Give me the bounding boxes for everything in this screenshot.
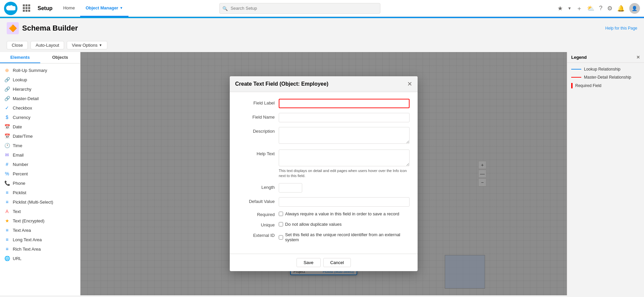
create-text-field-modal: Create Text Field (Object: Employee) ✕ F… [230, 76, 418, 271]
legend-required-label: Required Field [575, 83, 601, 88]
modal-close-button[interactable]: ✕ [407, 81, 412, 87]
field-name-input-wrap [279, 113, 410, 122]
sidebar-item-12[interactable]: 📞Phone [0, 178, 80, 188]
help-link[interactable]: Help for this Page [605, 26, 637, 31]
schema-builder-icon: 🔶 [7, 22, 19, 34]
help-text-description: This text displays on detail and edit pa… [279, 168, 410, 179]
sidebar-item-icon-15: A [4, 208, 10, 214]
default-value-row: Default Value [238, 197, 410, 207]
favorites-dropdown-icon[interactable]: ▼ [568, 6, 572, 11]
required-checkbox-wrap: Always require a value in this field in … [279, 211, 410, 216]
object-manager-tab[interactable]: Object Manager ▼ [80, 0, 128, 17]
required-checkbox[interactable] [279, 212, 283, 216]
length-row: Length [238, 183, 410, 193]
search-input[interactable] [219, 3, 380, 14]
help-icon[interactable]: ? [599, 5, 602, 12]
sidebar-item-label-19: Rich Text Area [13, 247, 41, 252]
required-field-indicator [571, 83, 573, 88]
unique-checkbox[interactable] [279, 222, 283, 226]
field-name-input[interactable] [279, 113, 410, 122]
canvas[interactable]: Employee Number of Recipients Picklist (… [80, 52, 567, 295]
save-button[interactable]: Save [297, 258, 321, 267]
sidebar-scroll[interactable]: ⊕Roll-Up Summary🔗Lookup🔗Hierarchy🔗Master… [0, 63, 80, 295]
sidebar-item-7[interactable]: 📅Date/Time [0, 131, 80, 141]
sidebar-item-11[interactable]: %Percent [0, 169, 80, 178]
avatar[interactable]: 👤 [629, 3, 640, 14]
sidebar-item-4[interactable]: ✓Checkbox [0, 103, 80, 113]
settings-icon[interactable]: ⚙ [607, 5, 612, 12]
sidebar-item-1[interactable]: 🔗Lookup [0, 75, 80, 84]
app-grid-icon[interactable] [23, 4, 31, 12]
view-options-button[interactable]: View Options ▼ [67, 41, 107, 49]
sidebar-item-14[interactable]: ≡Picklist (Multi-Select) [0, 197, 80, 207]
external-id-checkbox[interactable] [279, 235, 283, 240]
home-tab[interactable]: Home [58, 0, 80, 17]
default-value-input[interactable] [279, 197, 410, 207]
sidebar-item-icon-5: $ [4, 114, 10, 120]
sidebar-item-label-14: Picklist (Multi-Select) [13, 200, 53, 205]
field-label-input[interactable] [279, 99, 410, 108]
help-and-training-icon[interactable]: ⛅ [587, 5, 594, 12]
sidebar-item-label-6: Date [13, 124, 22, 129]
sidebar-item-15[interactable]: AText [0, 207, 80, 216]
sidebar-item-0[interactable]: ⊕Roll-Up Summary [0, 66, 80, 75]
salesforce-logo[interactable] [4, 2, 17, 15]
sidebar-item-5[interactable]: $Currency [0, 113, 80, 122]
sidebar-item-icon-7: 📅 [4, 133, 10, 139]
modal-header: Create Text Field (Object: Employee) ✕ [230, 76, 418, 92]
sidebar-item-6[interactable]: 📅Date [0, 122, 80, 131]
add-icon[interactable]: ＋ [576, 4, 582, 12]
close-button[interactable]: Close [7, 41, 28, 49]
length-input-wrap [279, 183, 410, 193]
sidebar-item-label-15: Text [13, 209, 21, 214]
sidebar-item-19[interactable]: ≡Rich Text Area [0, 244, 80, 254]
sidebar-item-icon-13: ≡ [4, 189, 10, 196]
sidebar-item-label-9: Email [13, 153, 24, 158]
elements-tab[interactable]: Elements [0, 52, 40, 63]
external-id-checkbox-text: Set this field as the unique record iden… [285, 232, 410, 242]
sidebar-item-label-20: URL [13, 256, 21, 261]
sidebar-item-9[interactable]: ✉Email [0, 150, 80, 160]
field-label-label: Field Label [238, 99, 275, 105]
favorites-icon[interactable]: ★ [557, 5, 563, 12]
sidebar-item-20[interactable]: 🌐URL [0, 254, 80, 263]
sidebar-item-icon-8: 🕐 [4, 142, 10, 148]
sidebar-item-icon-9: ✉ [4, 152, 10, 158]
sidebar-item-8[interactable]: 🕐Time [0, 141, 80, 150]
sidebar-item-icon-10: # [4, 161, 10, 167]
legend-body: Lookup Relationship Master-Detail Relati… [567, 63, 644, 96]
length-input[interactable] [279, 183, 302, 193]
field-name-row: Field Name [238, 113, 410, 122]
page-header: 🔶 Schema Builder Help for this Page [0, 18, 644, 38]
main-content: Elements Objects ⊕Roll-Up Summary🔗Lookup… [0, 52, 644, 295]
legend-close-button[interactable]: ✕ [636, 55, 640, 60]
sidebar-item-icon-16: ★ [4, 218, 10, 224]
sidebar-item-16[interactable]: ★Text (Encrypted) [0, 216, 80, 225]
cancel-button[interactable]: Cancel [323, 258, 351, 267]
sidebar-item-icon-14: ≡ [4, 199, 10, 205]
sidebar-item-2[interactable]: 🔗Hierarchy [0, 84, 80, 94]
field-label-input-wrap [279, 99, 410, 108]
sidebar-item-3[interactable]: 🔗Master-Detail [0, 94, 80, 103]
sidebar-item-17[interactable]: ≡Text Area [0, 225, 80, 235]
description-label: Description [238, 127, 275, 134]
notifications-icon[interactable]: 🔔 [617, 5, 625, 12]
objects-tab[interactable]: Objects [40, 52, 80, 63]
sidebar-item-label-3: Master-Detail [13, 96, 39, 101]
nav-right-icons: ★ ▼ ＋ ⛅ ? ⚙ 🔔 👤 [557, 3, 640, 14]
sidebar-item-label-0: Roll-Up Summary [13, 68, 47, 73]
nav-tabs: Home Object Manager ▼ [58, 0, 128, 17]
sidebar-tabs: Elements Objects [0, 52, 80, 63]
length-label: Length [238, 183, 275, 190]
sidebar-item-10[interactable]: #Number [0, 160, 80, 169]
sidebar-item-label-1: Lookup [13, 77, 27, 82]
unique-checkbox-text: Do not allow duplicate values [285, 222, 341, 227]
help-text-input-wrap: This text displays on detail and edit pa… [279, 150, 410, 179]
sidebar-item-label-16: Text (Encrypted) [13, 218, 45, 223]
sidebar-item-13[interactable]: ≡Picklist [0, 188, 80, 197]
description-input[interactable] [279, 127, 410, 144]
auto-layout-button[interactable]: Auto-Layout [31, 41, 64, 49]
sidebar-item-icon-2: 🔗 [4, 86, 10, 92]
sidebar-item-18[interactable]: ≡Long Text Area [0, 235, 80, 244]
help-text-input[interactable] [279, 150, 410, 166]
